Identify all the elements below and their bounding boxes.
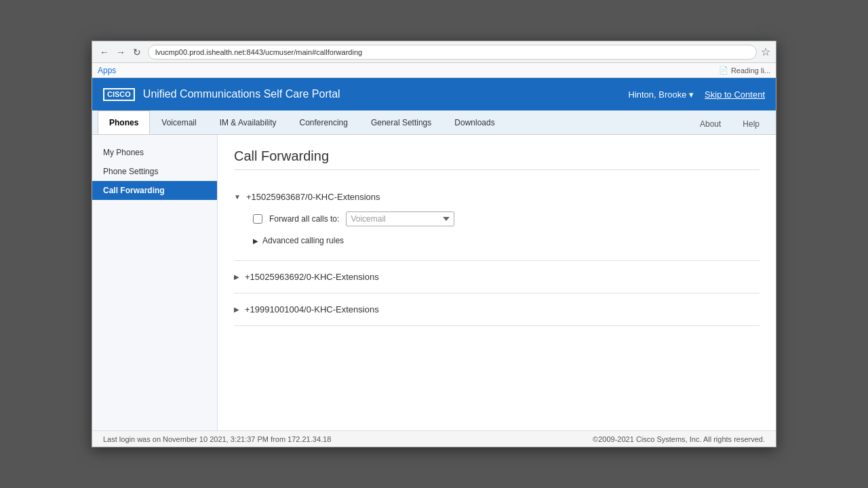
reading-list: 📄 Reading li... [719, 66, 770, 75]
last-login-text: Last login was on November 10 2021, 3:21… [103, 435, 331, 443]
sidebar-item-phone-settings[interactable]: Phone Settings [92, 162, 217, 181]
copyright-text: ©2009-2021 Cisco Systems, Inc. All right… [593, 435, 765, 443]
extension-header-3[interactable]: ▶ +19991001004/0-KHC-Extensions [234, 302, 760, 317]
bookmark-icon[interactable]: ☆ [761, 45, 770, 58]
header-left: CISCO Unified Communications Self Care P… [103, 88, 340, 101]
reading-list-icon: 📄 [719, 66, 728, 75]
extension-body-1: Forward all calls to: Voicemail ▶ Advanc… [234, 205, 760, 252]
extension-header-2[interactable]: ▶ +15025963692/0-KHC-Extensions [234, 269, 760, 285]
header-right: Hinton, Brooke ▾ Skip to Content [629, 89, 766, 100]
advanced-calling-rules[interactable]: ▶ Advanced calling rules [253, 233, 760, 248]
extension-section-2: ▶ +15025963692/0-KHC-Extensions [234, 261, 760, 293]
back-button[interactable]: ← [98, 45, 111, 59]
extension-number-3: +19991001004/0-KHC-Extensions [245, 304, 379, 314]
forward-destination-select[interactable]: Voicemail [346, 211, 454, 226]
tab-phones[interactable]: Phones [98, 110, 150, 134]
forward-button[interactable]: → [114, 45, 127, 59]
triangle-right-icon-2: ▶ [234, 273, 239, 281]
tab-help[interactable]: Help [732, 114, 770, 134]
content-area: Call Forwarding ▼ +15025963687/0-KHC-Ext… [218, 135, 776, 430]
tab-voicemail[interactable]: Voicemail [150, 110, 208, 134]
browser-actions: ☆ [761, 45, 770, 58]
triangle-right-icon-3: ▶ [234, 306, 239, 313]
nav-buttons: ← → ↻ [98, 45, 144, 59]
address-bar[interactable] [148, 45, 757, 60]
forward-all-checkbox[interactable] [253, 214, 262, 224]
forward-all-label: Forward all calls to: [269, 214, 339, 224]
extension-number-1: +15025963687/0-KHC-Extensions [246, 192, 380, 202]
tab-im-availability[interactable]: IM & Availability [208, 110, 288, 134]
forward-row: Forward all calls to: Voicemail [253, 211, 760, 226]
tab-conferencing[interactable]: Conferencing [288, 110, 359, 134]
skip-to-content[interactable]: Skip to Content [705, 89, 765, 100]
nav-right: About Help [689, 114, 770, 134]
refresh-button[interactable]: ↻ [130, 45, 144, 59]
reading-list-label: Reading li... [731, 66, 770, 75]
sidebar-item-call-forwarding[interactable]: Call Forwarding [92, 181, 217, 200]
apps-link[interactable]: Apps [98, 66, 116, 75]
nav-tabs: Phones Voicemail IM & Availability Confe… [92, 110, 776, 135]
app-header: CISCO Unified Communications Self Care P… [92, 78, 776, 110]
browser-window: ← → ↻ ☆ Apps 📄 Reading li... CISCO Unifi… [92, 41, 776, 447]
browser-toolbar: ← → ↻ ☆ [92, 41, 776, 63]
extension-header-1[interactable]: ▼ +15025963687/0-KHC-Extensions [234, 189, 760, 205]
sidebar-item-my-phones[interactable]: My Phones [92, 143, 217, 162]
sidebar: My Phones Phone Settings Call Forwarding [92, 135, 218, 430]
tab-about[interactable]: About [689, 114, 732, 134]
extension-section-3: ▶ +19991001004/0-KHC-Extensions [234, 293, 760, 326]
cisco-logo: CISCO [103, 88, 135, 101]
triangle-down-icon-1: ▼ [234, 193, 241, 201]
advanced-rules-label: Advanced calling rules [262, 236, 344, 245]
user-menu[interactable]: Hinton, Brooke ▾ [629, 89, 694, 100]
triangle-right-icon: ▶ [253, 237, 258, 245]
apps-bar: Apps 📄 Reading li... [92, 63, 776, 78]
app-title: Unified Communications Self Care Portal [143, 88, 340, 100]
footer: Last login was on November 10 2021, 3:21… [92, 430, 776, 447]
main-layout: My Phones Phone Settings Call Forwarding… [92, 135, 776, 430]
page-title: Call Forwarding [234, 148, 760, 170]
extension-number-2: +15025963692/0-KHC-Extensions [245, 272, 379, 282]
tab-general-settings[interactable]: General Settings [359, 110, 443, 134]
extension-section-1: ▼ +15025963687/0-KHC-Extensions Forward … [234, 181, 760, 261]
tab-downloads[interactable]: Downloads [443, 110, 506, 134]
